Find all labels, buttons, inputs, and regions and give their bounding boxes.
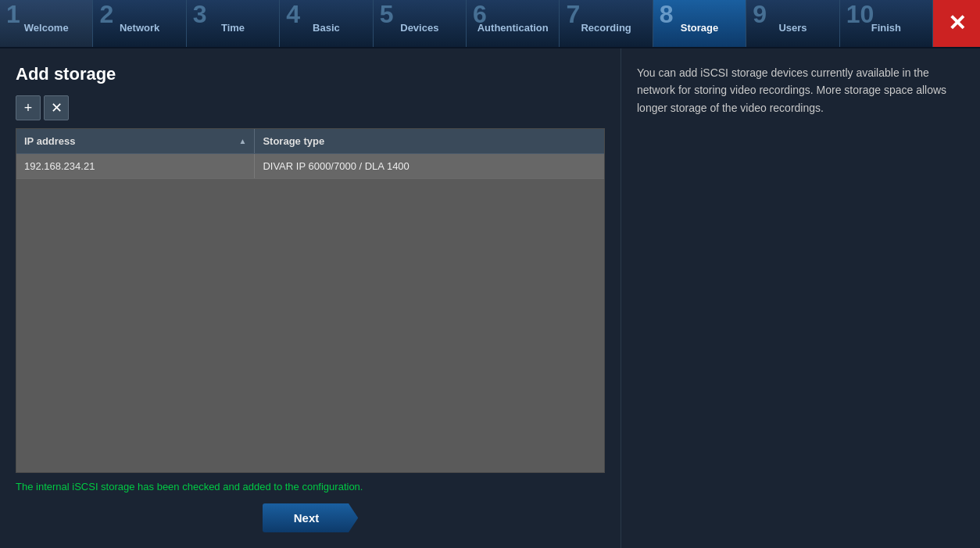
nav-number-1: 1 xyxy=(6,2,20,27)
cell-storage-type: DIVAR IP 6000/7000 / DLA 1400 xyxy=(255,154,604,178)
nav-item-time[interactable]: 3 Time xyxy=(187,0,280,47)
nav-label-time: Time xyxy=(221,22,245,34)
nav-item-recording[interactable]: 7 Recording xyxy=(560,0,653,47)
nav-label-users: Users xyxy=(778,22,807,34)
nav-label-welcome: Welcome xyxy=(24,22,69,34)
nav-item-devices[interactable]: 5 Devices xyxy=(374,0,467,47)
page-title: Add storage xyxy=(16,64,605,84)
nav-label-finish: Finish xyxy=(871,22,901,34)
main-content: Add storage + ✕ IP address ▲ Storage typ… xyxy=(0,48,980,548)
storage-table: IP address ▲ Storage type 192.168.234.21… xyxy=(16,128,605,473)
right-panel: You can add iSCSI storage devices curren… xyxy=(621,48,980,548)
nav-label-authentication: Authentication xyxy=(477,22,549,34)
close-button[interactable]: ✕ xyxy=(933,0,980,47)
remove-storage-button[interactable]: ✕ xyxy=(44,95,69,120)
cell-ip-address: 192.168.234.21 xyxy=(16,154,255,178)
nav-label-recording: Recording xyxy=(581,22,631,34)
left-panel: Add storage + ✕ IP address ▲ Storage typ… xyxy=(0,48,621,548)
nav-number-10: 10 xyxy=(846,2,874,27)
nav-number-5: 5 xyxy=(380,2,394,27)
table-body: 192.168.234.21 DIVAR IP 6000/7000 / DLA … xyxy=(16,154,604,472)
nav-item-basic[interactable]: 4 Basic xyxy=(280,0,373,47)
nav-item-welcome[interactable]: 1 Welcome xyxy=(0,0,93,47)
status-message: The internal iSCSI storage has been chec… xyxy=(16,481,605,492)
nav-item-storage[interactable]: 8 Storage xyxy=(653,0,746,47)
top-nav: 1 Welcome 2 Network 3 Time 4 Basic 5 Dev… xyxy=(0,0,980,48)
nav-label-network: Network xyxy=(120,22,159,34)
table-header: IP address ▲ Storage type xyxy=(16,129,604,154)
nav-item-users[interactable]: 9 Users xyxy=(746,0,839,47)
nav-number-2: 2 xyxy=(99,2,113,27)
nav-number-6: 6 xyxy=(473,2,487,27)
nav-number-4: 4 xyxy=(286,2,300,27)
nav-item-finish[interactable]: 10 Finish xyxy=(840,0,933,47)
next-button[interactable]: Next xyxy=(263,503,359,532)
sort-arrow-icon: ▲ xyxy=(239,137,247,145)
column-header-ip: IP address ▲ xyxy=(16,129,255,153)
nav-number-9: 9 xyxy=(753,2,767,27)
nav-number-3: 3 xyxy=(193,2,207,27)
column-header-storage: Storage type xyxy=(255,129,604,153)
toolbar: + ✕ xyxy=(16,95,605,120)
nav-label-basic: Basic xyxy=(313,22,340,34)
nav-item-network[interactable]: 2 Network xyxy=(93,0,186,47)
nav-item-authentication[interactable]: 6 Authentication xyxy=(467,0,560,47)
nav-number-8: 8 xyxy=(660,2,674,27)
nav-label-devices: Devices xyxy=(400,22,438,34)
add-storage-button[interactable]: + xyxy=(16,95,41,120)
nav-label-storage: Storage xyxy=(681,22,718,34)
close-icon: ✕ xyxy=(948,13,966,34)
help-description: You can add iSCSI storage devices curren… xyxy=(637,64,964,116)
table-row[interactable]: 192.168.234.21 DIVAR IP 6000/7000 / DLA … xyxy=(16,154,604,179)
nav-number-7: 7 xyxy=(566,2,580,27)
